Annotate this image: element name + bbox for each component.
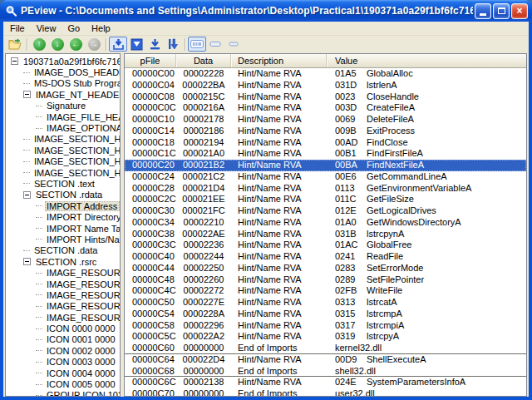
tree-item[interactable]: IMAGE_OPTIONAL_HEADER xyxy=(6,122,120,133)
tree-item[interactable]: IMAGE_SECTION_HEADER xyxy=(6,167,120,178)
collapse-minus-icon[interactable] xyxy=(23,91,31,98)
value-name: FindNextFileA xyxy=(367,160,424,171)
tree-item[interactable]: ICON 0004 0000 xyxy=(6,368,120,378)
cell-pfile: 00000C14 xyxy=(125,126,176,137)
menu-go[interactable]: Go xyxy=(62,22,86,35)
menu-help[interactable]: Help xyxy=(86,22,116,35)
tree-item[interactable]: IMAGE_RESOURCE_DIRECTORY xyxy=(6,301,120,312)
tree-item[interactable]: MS-DOS Stub Program xyxy=(6,78,120,89)
collapse-minus-icon[interactable] xyxy=(23,191,31,199)
tree-item[interactable]: ICON 0000 0000 xyxy=(6,323,120,333)
tree-connector xyxy=(23,250,30,251)
tree-item[interactable]: 190371a0a29f1bf6fc71620b3 xyxy=(6,56,120,67)
tree-item[interactable]: ICON 0005 0000 xyxy=(6,378,120,389)
tree-item[interactable]: IMAGE_FILE_HEADER xyxy=(6,111,120,122)
table-row[interactable]: 00000C5C000022A2Hint/Name RVA0319lstrcpy… xyxy=(125,331,526,343)
arrow-to-line-button[interactable] xyxy=(145,37,164,52)
tree-item[interactable]: IMAGE_RESOURCE_DIRECTORY xyxy=(6,267,120,278)
cell-data: 00002244 xyxy=(176,251,231,263)
table-row[interactable]: 00000C540000228AHint/Name RVA0315lstrcmp… xyxy=(125,309,526,320)
table-row[interactable]: 00000C3C00002236Hint/Name RVA01ACGlobalF… xyxy=(125,240,526,251)
tree-item[interactable]: SECTION .text xyxy=(6,178,120,189)
close-button[interactable]: × xyxy=(511,3,528,19)
tree-item[interactable]: ICON 0001 0000 xyxy=(6,334,120,345)
table-row[interactable]: 00000C04000022BAHint/Name RVA031Dlstrlen… xyxy=(125,80,526,91)
go-back-button[interactable]: ← xyxy=(66,37,85,52)
table-row[interactable]: 00000C2C000021EEHint/Name RVA011CGetFile… xyxy=(125,194,526,205)
tree-item[interactable]: SECTION .data xyxy=(6,245,120,256)
tree-item-label: IMAGE_RESOURCE_DIRECTORY xyxy=(45,313,120,323)
table-row[interactable]: 00000C4800002260Hint/Name RVA0289SetFile… xyxy=(125,274,526,286)
table-row[interactable]: 00000C4C00002272Hint/Name RVA02FBWriteFi… xyxy=(125,285,526,297)
table-row[interactable]: 00000C500000227EHint/Name RVA0313lstrcat… xyxy=(125,297,526,309)
tree-item[interactable]: IMPORT Hints/Names xyxy=(6,234,120,244)
collapse-minus-icon[interactable] xyxy=(23,258,31,265)
arrow-to-line-icon xyxy=(149,38,161,51)
table-row[interactable]: 00000C64000022D4Hint/Name RVA00D9ShellEx… xyxy=(125,354,526,366)
cell-value: 0313lstrcatA xyxy=(327,297,526,309)
tree-item[interactable]: IMAGE_RESOURCE_DIRECTORY xyxy=(6,279,120,289)
table-row[interactable]: 00000C0C0000216AHint/Name RVA003DCreateF… xyxy=(125,102,526,114)
table-row[interactable]: 00000C6800000000End of Importsshell32.dl… xyxy=(125,366,526,378)
table-row[interactable]: 00000C6000000000End of Importskernel32.d… xyxy=(125,343,526,354)
table-row[interactable]: 00000C24000021C2Hint/Name RVA00E6GetComm… xyxy=(125,171,526,183)
tree-item[interactable]: Signature xyxy=(6,101,120,111)
cell-data: 00002194 xyxy=(176,137,231,149)
medium-bar-view-button[interactable] xyxy=(206,37,224,52)
table-row[interactable]: 00000C30000021FCHint/Name RVA012EGetLogi… xyxy=(125,205,526,217)
open-file-button[interactable] xyxy=(6,37,24,52)
tree-item[interactable]: SECTION .rsrc xyxy=(6,256,120,267)
arrow-down-button[interactable] xyxy=(164,37,182,52)
collapse-minus-icon[interactable] xyxy=(11,57,18,65)
tree-item[interactable]: GROUP ICON 102 xyxy=(6,390,120,397)
cell-data: 0000215C xyxy=(176,91,231,103)
tree-item[interactable]: ICON 0002 0000 xyxy=(6,345,120,356)
table-row[interactable]: 00000C4400002250Hint/Name RVA0283SetErro… xyxy=(125,263,526,274)
table-row[interactable]: 00000C1800002194Hint/Name RVA00ADFindClo… xyxy=(125,137,526,149)
tree-item[interactable]: IMPORT Directory Table xyxy=(6,211,120,222)
table-row[interactable]: 00000C3400002210Hint/Name RVA01A0GetWind… xyxy=(125,217,526,229)
table-row[interactable]: 00000C38000022AEHint/Name RVA031Blstrcpy… xyxy=(125,229,526,240)
table-row[interactable]: 00000C1000002178Hint/Name RVA0069DeleteF… xyxy=(125,114,526,126)
column-header-value[interactable]: Value xyxy=(327,54,526,67)
tree-item[interactable]: ICON 0003 0000 xyxy=(6,357,120,368)
value-name: lstrcmpA xyxy=(367,309,402,320)
go-forward-button: → xyxy=(85,37,103,52)
table-row[interactable]: 00000C1400002186Hint/Name RVA009BExitPro… xyxy=(125,126,526,137)
table-row[interactable]: 00000C4000002244Hint/Name RVA0241ReadFil… xyxy=(125,251,526,263)
tree-item[interactable]: IMAGE_DOS_HEADER xyxy=(6,67,120,77)
short-bar-view-button[interactable] xyxy=(224,37,243,52)
tree-item[interactable]: IMAGE_NT_HEADERS xyxy=(6,89,120,100)
table-row[interactable]: 00000C080000215CHint/Name RVA0023CloseHa… xyxy=(125,91,526,103)
cell-value: 031BlstrcpynA xyxy=(327,229,526,240)
tree-item[interactable]: IMPORT Address Table xyxy=(6,200,120,211)
table-row[interactable]: 00000C20000021B2Hint/Name RVA00BAFindNex… xyxy=(125,160,526,171)
menu-view[interactable]: View xyxy=(31,22,62,35)
column-header-pfile[interactable]: pFile xyxy=(125,54,176,67)
arrow-up-circle-icon: ↑ xyxy=(33,38,46,51)
cell-description: Hint/Name RVA xyxy=(231,148,327,160)
table-row[interactable]: 00000C6C00002138Hint/Name RVA024ESystemP… xyxy=(125,377,526,388)
table-row[interactable]: 00000C5800002296Hint/Name RVA0317lstrcmp… xyxy=(125,320,526,332)
wide-bar-view-button[interactable] xyxy=(188,37,206,52)
arrow-into-box-button[interactable] xyxy=(109,37,127,52)
table-row[interactable]: 00000C28000021D4Hint/Name RVA0113GetEnvi… xyxy=(125,183,526,195)
tree-item[interactable]: IMAGE_RESOURCE_DIRECTORY xyxy=(6,289,120,300)
minimize-button[interactable] xyxy=(475,3,491,19)
table-row[interactable]: 00000C0000002228Hint/Name RVA01A5GlobalA… xyxy=(125,68,526,80)
tree-item[interactable]: IMAGE_SECTION_HEADER xyxy=(6,156,120,167)
table-row[interactable]: 00000C1C000021A0Hint/Name RVA00B1FindFir… xyxy=(125,148,526,160)
go-down-button[interactable]: ↓ xyxy=(48,37,66,52)
column-header-description[interactable]: Description xyxy=(231,54,327,67)
table-row[interactable]: 00000C7000000000End of Importsuser32.dll xyxy=(125,388,526,396)
menu-file[interactable]: File xyxy=(4,22,31,35)
go-up-button[interactable]: ↑ xyxy=(30,37,48,52)
tree-item[interactable]: IMAGE_RESOURCE_DIRECTORY xyxy=(6,312,120,323)
tree-item[interactable]: IMAGE_SECTION_HEADER xyxy=(6,145,120,156)
column-header-data[interactable]: Data xyxy=(176,54,231,67)
arrow-square-button[interactable] xyxy=(127,37,145,52)
tree-item[interactable]: IMAGE_SECTION_HEADER xyxy=(6,134,120,145)
maximize-button[interactable] xyxy=(493,3,510,19)
tree-item[interactable]: SECTION .rdata xyxy=(6,190,120,200)
tree-item[interactable]: IMPORT Name Table xyxy=(6,223,120,234)
